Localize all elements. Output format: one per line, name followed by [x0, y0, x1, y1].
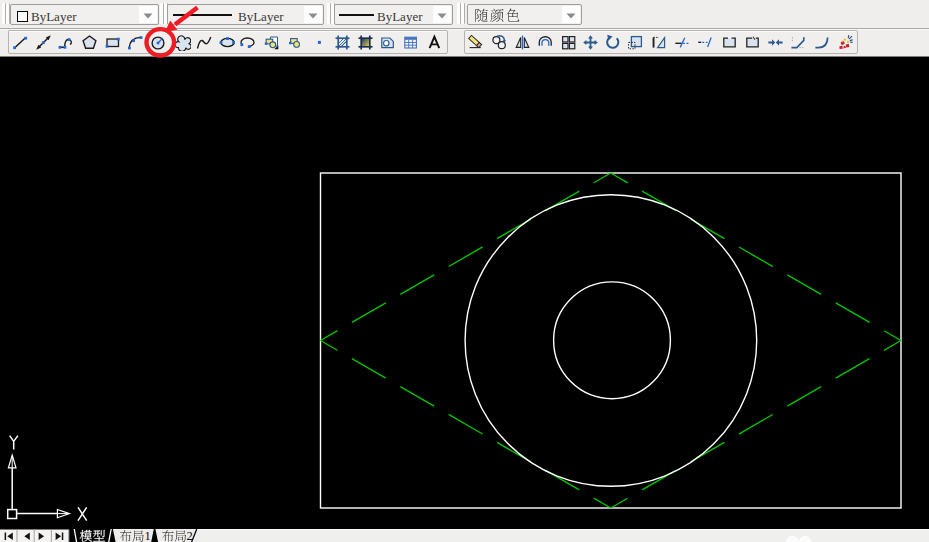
svg-text:1: 1	[145, 529, 151, 542]
svg-text:2: 2	[187, 529, 193, 542]
